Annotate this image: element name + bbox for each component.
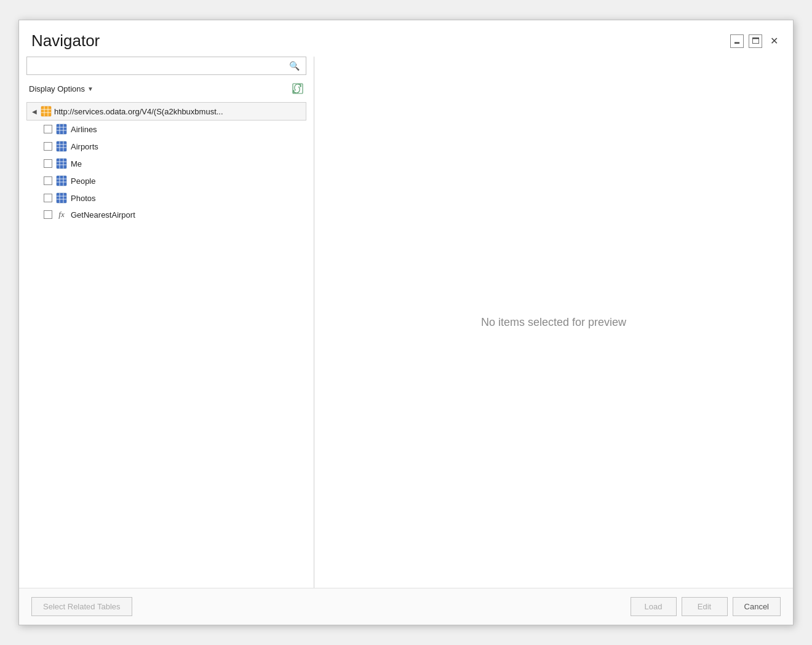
me-label: Me (71, 159, 82, 168)
svg-rect-6 (57, 124, 66, 134)
me-checkbox[interactable] (44, 159, 52, 168)
refresh-icon (292, 82, 304, 95)
left-panel: 🔍 Display Options ▼ (19, 57, 314, 588)
getnearestairport-label: GetNearestAirport (71, 210, 135, 220)
footer: Select Related Tables Load Edit Cancel (19, 588, 793, 625)
footer-left: Select Related Tables (31, 597, 132, 616)
table-icon (56, 192, 67, 204)
display-options-label: Display Options (29, 84, 85, 93)
maximize-button[interactable]: 🗖 (749, 34, 762, 48)
svg-rect-1 (41, 106, 51, 116)
people-checkbox[interactable] (44, 176, 52, 185)
airlines-label: Airlines (71, 125, 97, 134)
table-icon (56, 141, 67, 152)
collapse-arrow-icon: ◀ (31, 108, 38, 115)
list-item[interactable]: Airports (26, 138, 306, 155)
right-panel: No items selected for preview (314, 57, 793, 588)
content-area: 🔍 Display Options ▼ (19, 57, 793, 588)
tree-container: ◀ http://services.odata.org/V4/(S(a2khbu… (26, 102, 306, 580)
search-input[interactable] (27, 58, 283, 74)
tree-root-item[interactable]: ◀ http://services.odata.org/V4/(S(a2khbu… (26, 102, 306, 121)
photos-checkbox[interactable] (44, 194, 52, 202)
tree-children: Airlines Airports (26, 121, 306, 223)
svg-rect-26 (57, 193, 66, 203)
list-item[interactable]: Me (26, 155, 306, 172)
svg-rect-21 (57, 176, 66, 186)
cancel-button[interactable]: Cancel (733, 597, 781, 616)
table-icon (56, 175, 67, 186)
orange-table-icon (41, 106, 52, 117)
svg-rect-16 (57, 159, 66, 168)
root-item-label: http://services.odata.org/V4/(S(a2khbuxb… (54, 107, 223, 116)
navigator-dialog: Navigator 🗕 🗖 ✕ 🔍 Display Options ▼ (18, 20, 794, 625)
list-item[interactable]: People (26, 172, 306, 189)
refresh-button[interactable] (289, 80, 306, 97)
window-controls: 🗕 🗖 ✕ (730, 34, 781, 48)
dialog-title: Navigator (31, 31, 100, 50)
table-icon (56, 124, 67, 135)
airlines-checkbox[interactable] (44, 125, 52, 133)
airports-checkbox[interactable] (44, 142, 52, 151)
load-button[interactable]: Load (631, 597, 677, 616)
chevron-down-icon: ▼ (87, 85, 94, 92)
photos-label: Photos (71, 194, 95, 203)
no-preview-message: No items selected for preview (481, 316, 626, 329)
footer-right: Load Edit Cancel (631, 597, 781, 616)
search-icon: 🔍 (289, 61, 300, 71)
toolbar-row: Display Options ▼ (26, 80, 306, 97)
search-button[interactable]: 🔍 (283, 57, 306, 74)
airports-label: Airports (71, 142, 98, 151)
people-label: People (71, 176, 95, 186)
getnearestairport-checkbox[interactable] (44, 210, 52, 219)
select-related-tables-button[interactable]: Select Related Tables (31, 597, 132, 616)
display-options-button[interactable]: Display Options ▼ (26, 83, 96, 95)
list-item[interactable]: fx GetNearestAirport (26, 207, 306, 223)
function-icon: fx (56, 210, 67, 220)
table-icon (56, 158, 67, 169)
search-bar: 🔍 (26, 57, 306, 75)
svg-rect-11 (57, 141, 66, 151)
edit-button[interactable]: Edit (682, 597, 728, 616)
list-item[interactable]: Photos (26, 189, 306, 207)
minimize-button[interactable]: 🗕 (730, 34, 744, 48)
title-bar: Navigator 🗕 🗖 ✕ (19, 20, 793, 57)
list-item[interactable]: Airlines (26, 121, 306, 138)
close-button[interactable]: ✕ (767, 34, 781, 48)
